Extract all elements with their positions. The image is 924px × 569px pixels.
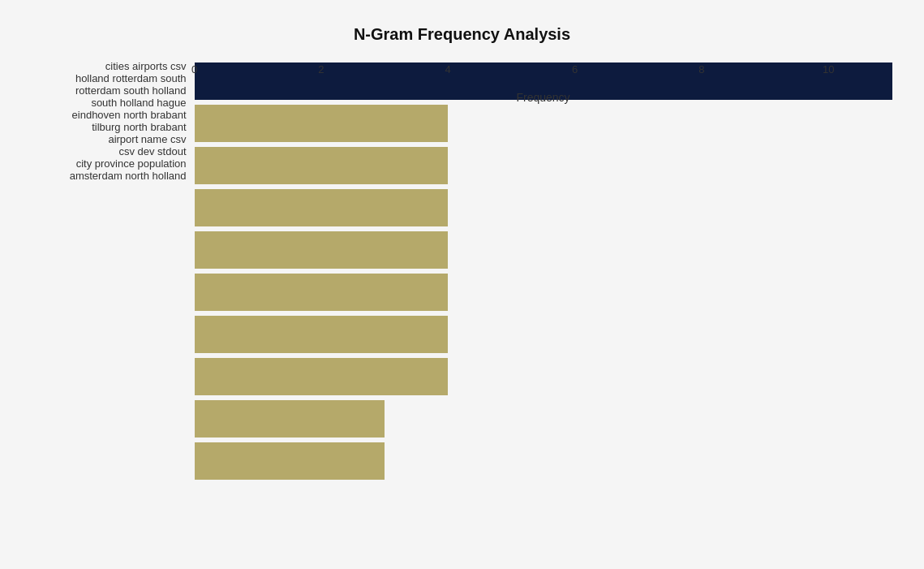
chart-title: N-Gram Frequency Analysis: [32, 25, 892, 44]
bar: [195, 274, 449, 311]
bar-label: tilburg north brabant: [32, 121, 195, 133]
bar: [195, 147, 449, 184]
x-tick-label: 4: [445, 63, 451, 75]
bar: [195, 442, 385, 480]
x-tick-label: 8: [698, 63, 704, 75]
bar: [195, 231, 449, 269]
x-axis: 0246810 Frequency: [195, 63, 892, 104]
x-tick-label: 2: [318, 63, 324, 75]
bar: [195, 105, 449, 142]
bar: [195, 189, 449, 226]
bar-label: holland rotterdam south: [32, 72, 195, 84]
x-tick-label: 6: [572, 63, 578, 75]
chart-container: N-Gram Frequency Analysis cities airport…: [16, 9, 909, 561]
bar-label: city province population: [32, 157, 195, 170]
x-tick-label: 10: [823, 63, 834, 75]
bar-label: cities airports csv: [32, 60, 195, 72]
bar-label: amsterdam north holland: [32, 170, 195, 182]
bar-label: airport name csv: [32, 133, 195, 145]
bar-label: south holland hague: [32, 97, 195, 109]
bar-label: eindhoven north brabant: [32, 109, 195, 121]
bar-slot: [195, 440, 892, 482]
bar-slot: [195, 102, 892, 144]
bar-label: rotterdam south holland: [32, 84, 195, 97]
bar-label: csv dev stdout: [32, 145, 195, 157]
x-tick-label: 0: [191, 63, 197, 75]
bar: [195, 400, 385, 438]
bar-slot: [195, 271, 892, 313]
x-axis-label: Frequency: [195, 91, 892, 104]
bar-slot: [195, 313, 892, 356]
bar: [195, 316, 449, 353]
bar-slot: [195, 398, 892, 440]
bar: [195, 358, 449, 395]
bar-slot: [195, 144, 892, 187]
bar-slot: [195, 229, 892, 271]
bar-slot: [195, 356, 892, 398]
chart-wrapper: cities airports csvholland rotterdam sou…: [32, 60, 892, 104]
bar-slot: [195, 187, 892, 229]
